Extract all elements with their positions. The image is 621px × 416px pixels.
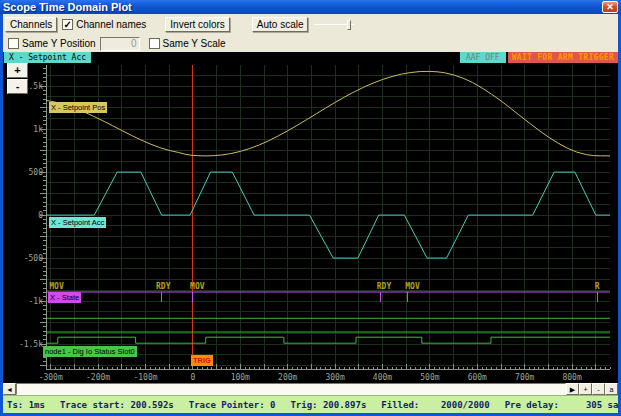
zoom-out-button[interactable]: - (7, 79, 28, 94)
auto-icon: a (610, 386, 614, 393)
same-y-position-label: Same Y Position (22, 38, 96, 49)
scrollbar-track[interactable] (16, 383, 566, 395)
plot-header: X - Setpoint Acc AAF OFF WAIT FOR ARM TR… (3, 52, 618, 63)
slider-handle[interactable] (347, 20, 351, 30)
svg-text:RDY: RDY (156, 282, 171, 291)
client-area: Channels ✓ Channel names Invert colors A… (3, 14, 618, 413)
svg-text:500: 500 (29, 168, 44, 177)
svg-text:-1.5k: -1.5k (19, 340, 43, 349)
plus-icon: + (583, 386, 587, 393)
scroll-right-icon: ▶ (570, 386, 575, 393)
svg-text:MOV: MOV (405, 282, 420, 291)
auto-scale-button[interactable]: Auto scale (252, 17, 309, 32)
svg-text:MOV: MOV (190, 282, 205, 291)
scale-slider[interactable] (314, 18, 354, 32)
svg-text:MOV: MOV (49, 282, 64, 291)
channels-button[interactable]: Channels (5, 17, 57, 32)
trigger-status-badge: WAIT FOR ARM TRIGGER (508, 52, 618, 63)
trace-label-setpoint-acc[interactable]: X - Setpoint Acc (49, 217, 106, 228)
scroll-left-icon: ◄ (6, 386, 13, 393)
scope-window: Scope Time Domain Plot ✕ Channels ✓ Chan… (0, 0, 621, 416)
same-y-scale-label: Same Y Scale (163, 38, 226, 49)
channel-names-checkbox[interactable]: ✓ (62, 19, 73, 30)
trace-label-setpoint-pos[interactable]: X - Setpoint Pos (49, 102, 107, 113)
trigger-marker-label: TRIG (191, 355, 213, 366)
svg-text:200m: 200m (278, 373, 297, 382)
toolbar: Channels ✓ Channel names Invert colors A… (3, 14, 618, 52)
close-button[interactable]: ✕ (602, 1, 618, 13)
status-trace-start: Trace start: 200.592s (60, 400, 174, 410)
y-tick-labels: 1.5k1k5000-500-1k-1.5k (19, 82, 43, 349)
svg-text:800m: 800m (562, 373, 581, 382)
close-icon: ✕ (606, 2, 614, 12)
svg-text:100m: 100m (231, 373, 250, 382)
status-pre-delay: Pre delay: 305 sam (505, 400, 618, 410)
zoom-in-button[interactable]: + (7, 63, 28, 78)
toolbar-row-2: Same Y Position Same Y Scale (5, 35, 616, 52)
invert-colors-button[interactable]: Invert colors (165, 17, 229, 32)
svg-text:-200m: -200m (86, 373, 110, 382)
titlebar[interactable]: Scope Time Domain Plot ✕ (0, 0, 621, 14)
minus-icon: - (597, 386, 599, 393)
scroll-left-button[interactable]: ◄ (3, 383, 16, 395)
grid (46, 65, 610, 369)
status-trig-time: Trig: 200.897s (290, 400, 366, 410)
trace-label-state[interactable]: X - State (48, 292, 81, 303)
scroll-zoom-out-button[interactable]: - (592, 383, 605, 395)
trace-node1-dig-io-status-slot0 (46, 337, 610, 343)
state-event-labels: MOVRDYMOVRDYMOVR (49, 282, 600, 291)
window-title: Scope Time Domain Plot (3, 0, 602, 14)
status-trace-pointer: Trace Pointer: 0 (189, 400, 276, 410)
trace-label-dig-io-status[interactable]: node1 - Dig Io Status Slot0 (43, 346, 137, 357)
svg-text:0: 0 (190, 373, 195, 382)
svg-text:-1k: -1k (29, 297, 44, 306)
svg-text:300m: 300m (325, 373, 344, 382)
svg-text:-300m: -300m (39, 373, 63, 382)
svg-text:700m: 700m (515, 373, 534, 382)
selected-channel-label: X - Setpoint Acc (4, 52, 91, 63)
svg-text:500m: 500m (420, 373, 439, 382)
same-y-position-input[interactable] (100, 37, 140, 51)
svg-text:1k: 1k (33, 125, 43, 134)
trace-x-setpoint-pos (46, 71, 610, 155)
scroll-zoom-in-button[interactable]: + (579, 383, 592, 395)
svg-text:R: R (595, 282, 600, 291)
channel-names-label: Channel names (76, 19, 146, 30)
x-tick-labels: -300m-200m-100m0100m200m300m400m500m600m… (39, 373, 582, 382)
svg-text:400m: 400m (373, 373, 392, 382)
status-bar: Ts: 1msTrace start: 200.592sTrace Pointe… (3, 395, 618, 413)
plot-area: -300m-200m-100m0100m200m300m400m500m600m… (3, 63, 618, 383)
svg-text:-500: -500 (24, 254, 43, 263)
status-ts: Ts: 1ms (7, 400, 45, 410)
same-y-scale-checkbox[interactable] (149, 38, 160, 49)
scroll-right-button[interactable]: ▶ (566, 383, 579, 395)
plot-header-spacer (91, 52, 460, 63)
svg-text:-100m: -100m (133, 373, 157, 382)
scroll-auto-button[interactable]: a (605, 383, 618, 395)
svg-text:RDY: RDY (377, 282, 392, 291)
toolbar-row-1: Channels ✓ Channel names Invert colors A… (5, 16, 616, 33)
svg-text:0: 0 (38, 211, 43, 220)
status-filled: Filled: 2000/2000 (381, 400, 489, 410)
horizontal-scrollbar: ◄ ▶ + - a (3, 383, 618, 395)
aaf-status-badge: AAF OFF (460, 52, 506, 63)
same-y-position-checkbox[interactable] (8, 38, 19, 49)
svg-text:600m: 600m (468, 373, 487, 382)
